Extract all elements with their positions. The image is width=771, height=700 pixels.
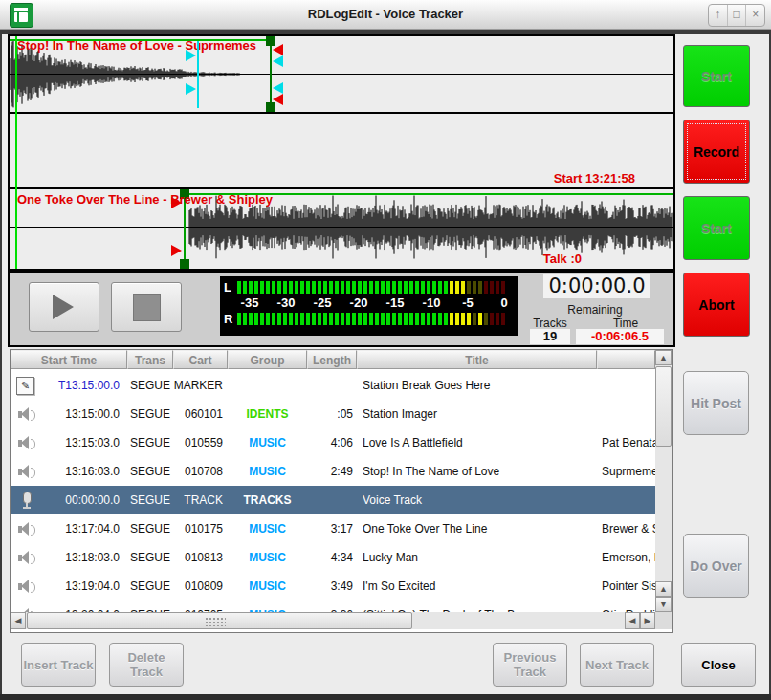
cell-title: Lucky Man bbox=[363, 543, 596, 572]
track3-centerline bbox=[10, 227, 673, 228]
voice-track-band[interactable]: Start 13:21:58 bbox=[10, 114, 673, 187]
track1-band[interactable]: Stop! In The Name of Love - Suprmemes bbox=[10, 36, 673, 112]
meter-scale-tick: -20 bbox=[341, 295, 377, 310]
start-button-bottom[interactable]: Start bbox=[683, 196, 750, 260]
cell-group: MUSIC bbox=[228, 457, 307, 486]
horizontal-scroll-thumb[interactable] bbox=[27, 612, 412, 629]
insert-track-button[interactable]: Insert Track bbox=[21, 643, 96, 687]
cell-length: 2:49 bbox=[307, 457, 353, 486]
play-button[interactable] bbox=[29, 282, 99, 332]
track1-gain-line[interactable] bbox=[10, 39, 270, 41]
tracks-remaining-label: Tracks bbox=[526, 317, 574, 330]
cyan-end-handle-bottom[interactable] bbox=[273, 82, 283, 94]
cell-artist: Suprmemes bbox=[602, 457, 655, 486]
column-header-cart[interactable]: Cart bbox=[173, 350, 228, 369]
playhead-line[interactable] bbox=[15, 36, 17, 269]
table-row[interactable]: 13:17:04.0SEGUE010175MUSIC3:17One Toke O… bbox=[11, 514, 655, 543]
cell-length: 4:06 bbox=[307, 428, 353, 457]
hit-post-button[interactable]: Hit Post bbox=[683, 371, 749, 435]
vertical-scroll-thumb[interactable] bbox=[655, 366, 672, 447]
scroll-up-icon[interactable]: ▲ bbox=[655, 350, 672, 365]
log-table: Start Time Trans Cart Group Length Title… bbox=[10, 349, 673, 633]
shade-icon[interactable]: ↑ bbox=[709, 5, 727, 26]
record-button[interactable]: Record bbox=[683, 120, 750, 184]
play-icon bbox=[53, 295, 74, 319]
vertical-scrollbar[interactable]: ▲ ▲ ▼ bbox=[655, 350, 672, 612]
audio-level-meter: L -35 -30 -25 -20 -15 -10 -5 0 R bbox=[220, 276, 518, 336]
cyan-marker-handle-top[interactable] bbox=[186, 50, 196, 61]
cell-start: T13:15:00.0 bbox=[11, 371, 120, 400]
cell-group: MUSIC bbox=[228, 543, 307, 572]
scroll-down-icon[interactable]: ▼ bbox=[655, 597, 672, 612]
cyan-marker-handle-bottom[interactable] bbox=[186, 83, 196, 95]
horizontal-scrollbar[interactable]: ◀ ◀ ▶ bbox=[11, 612, 655, 629]
next-track-button[interactable]: Next Track bbox=[580, 643, 654, 687]
cell-artist: Pat Benatar bbox=[602, 428, 655, 457]
table-row[interactable]: 13:18:03.0SEGUE010813MUSIC4:34Lucky ManE… bbox=[11, 543, 655, 572]
table-row[interactable]: 13:15:03.0SEGUE010559MUSIC4:06Love Is A … bbox=[11, 428, 655, 457]
transport-panel: L -35 -30 -25 -20 -15 -10 -5 0 R 0:00:00… bbox=[8, 271, 675, 347]
table-row[interactable]: 13:16:03.0SEGUE010708MUSIC2:49Stop! In T… bbox=[11, 457, 655, 486]
cell-trans: SEGUE bbox=[127, 601, 173, 612]
window-title: RDLogEdit - Voice Tracker bbox=[0, 0, 771, 29]
cell-title: Voice Track bbox=[363, 486, 596, 514]
column-header-group[interactable]: Group bbox=[228, 350, 307, 369]
cell-title: I'm So Excited bbox=[363, 572, 596, 601]
cell-group: MUSIC bbox=[228, 514, 307, 543]
table-row[interactable]: ✎T13:15:00.0SEGUEMARKERStation Break Goe… bbox=[11, 371, 655, 400]
scroll-left-icon[interactable]: ◀ bbox=[625, 612, 640, 629]
cell-cart: 010708 bbox=[171, 457, 223, 486]
talk-annotation: Talk :0 bbox=[543, 252, 582, 266]
previous-track-button[interactable]: Previous Track bbox=[493, 643, 567, 687]
track3-band[interactable]: One Toke Over The Line - Brewer & Shiple… bbox=[10, 189, 673, 269]
start-marker-square-bottom[interactable] bbox=[180, 259, 189, 269]
abort-button[interactable]: Abort bbox=[683, 273, 750, 337]
cell-title: Station Imager bbox=[363, 400, 596, 428]
column-header-artist[interactable] bbox=[597, 350, 655, 369]
track1-centerline bbox=[10, 74, 673, 75]
cyan-end-handle-top[interactable] bbox=[273, 55, 283, 67]
meter-scale-tick: -25 bbox=[304, 295, 341, 310]
table-row[interactable]: 13:20:04.0SEGUE010705MUSIC3:36(Sittin' O… bbox=[11, 601, 655, 612]
scroll-right-icon[interactable]: ▶ bbox=[640, 612, 655, 629]
log-rows: ✎T13:15:00.0SEGUEMARKERStation Break Goe… bbox=[11, 371, 655, 612]
track1-end-marker-line[interactable] bbox=[270, 36, 272, 112]
meter-scale-tick: -15 bbox=[377, 295, 413, 310]
cell-trans: SEGUE bbox=[127, 400, 173, 428]
cell-cart: MARKER bbox=[171, 371, 223, 400]
column-header-trans[interactable]: Trans bbox=[127, 350, 173, 369]
close-icon[interactable]: × bbox=[745, 5, 764, 26]
cell-artist bbox=[602, 486, 655, 514]
column-header-title[interactable]: Title bbox=[357, 350, 597, 369]
red-marker-handle-top[interactable] bbox=[273, 44, 283, 55]
meter-bar-L bbox=[237, 281, 513, 294]
cell-length: 3:49 bbox=[307, 572, 353, 601]
start-button-top[interactable]: Start bbox=[683, 45, 750, 107]
voice-tracker-waveform[interactable]: Stop! In The Name of Love - Suprmemes St… bbox=[8, 34, 675, 271]
time-remaining-label: Time bbox=[597, 317, 654, 330]
column-header-start-time[interactable]: Start Time bbox=[11, 350, 127, 369]
red-start-handle-bottom[interactable] bbox=[171, 245, 182, 256]
table-row[interactable]: 13:19:04.0SEGUE010809MUSIC3:49I'm So Exc… bbox=[11, 572, 655, 601]
table-row[interactable]: 13:15:00.0SEGUE060101IDENTS:05Station Im… bbox=[11, 400, 655, 428]
table-row[interactable]: 00:00:00.0SEGUETRACKTRACKSVoice Track bbox=[11, 486, 655, 514]
delete-track-button[interactable]: Delete Track bbox=[109, 643, 184, 687]
cell-group: IDENTS bbox=[228, 400, 307, 428]
red-marker-handle-bottom[interactable] bbox=[273, 94, 283, 105]
cell-trans: SEGUE bbox=[127, 428, 173, 457]
cell-title: One Toke Over The Line bbox=[363, 514, 596, 543]
scroll-left-icon[interactable]: ◀ bbox=[11, 612, 26, 629]
maximize-icon[interactable]: □ bbox=[727, 5, 746, 26]
meter-scale-tick: -35 bbox=[231, 295, 268, 310]
scroll-up-icon[interactable]: ▲ bbox=[655, 581, 672, 597]
column-header-length[interactable]: Length bbox=[307, 350, 357, 369]
track1-cyan-marker-line[interactable] bbox=[197, 41, 199, 108]
cell-cart: 010175 bbox=[171, 514, 223, 543]
cell-length: :05 bbox=[307, 400, 353, 428]
cell-trans: SEGUE bbox=[127, 543, 173, 572]
close-button[interactable]: Close bbox=[681, 643, 756, 687]
stop-button[interactable] bbox=[111, 282, 182, 332]
table-header: Start Time Trans Cart Group Length Title bbox=[11, 350, 655, 371]
do-over-button[interactable]: Do Over bbox=[683, 534, 749, 598]
titlebar[interactable]: RDLogEdit - Voice Tracker ↑ □ × bbox=[0, 0, 771, 30]
